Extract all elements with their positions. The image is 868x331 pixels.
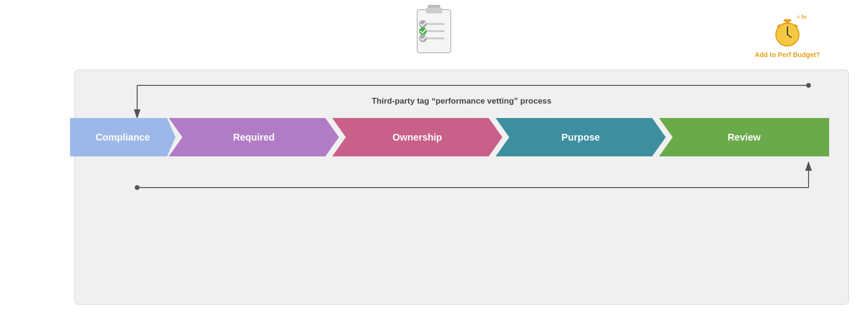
timer-area: < 5s Add to Perf Budget? [755,14,820,59]
step-review: Review [659,118,829,156]
step-ownership: Ownership [332,118,503,156]
steps-row: Compliance Required Ownership Purpose Re… [113,116,829,159]
svg-rect-11 [784,19,791,22]
svg-rect-2 [426,8,442,13]
page-container: < 5s Add to Perf Budget? Third-party tag [0,0,868,331]
svg-point-24 [135,185,140,190]
diagram-container: Third-party tag “performance vetting” pr… [74,70,849,305]
perf-budget-label: Add to Perf Budget? [755,51,820,59]
process-label: Third-party tag “performance vetting” pr… [372,96,551,106]
timer-badge: < 5s [797,14,807,20]
step-compliance: Compliance [70,118,176,156]
svg-point-21 [806,83,811,88]
step-purpose: Purpose [496,118,666,156]
step-required: Required [169,118,339,156]
clipboard-icon [412,5,456,58]
